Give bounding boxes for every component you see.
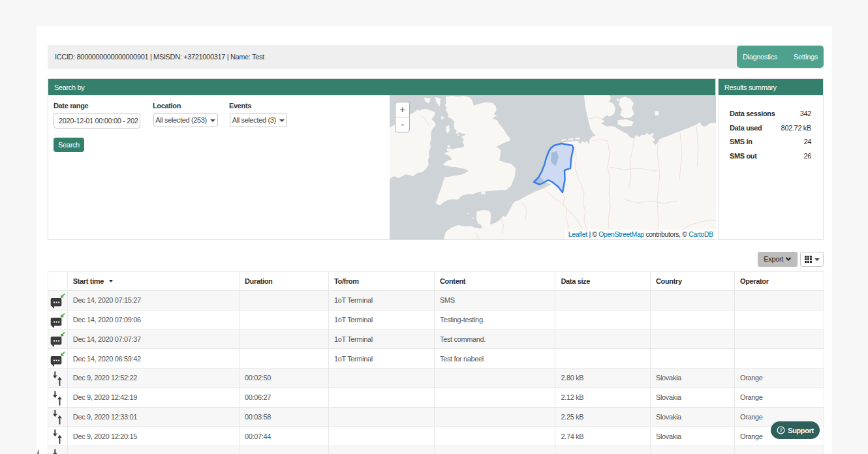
- svg-text:?: ?: [780, 427, 783, 433]
